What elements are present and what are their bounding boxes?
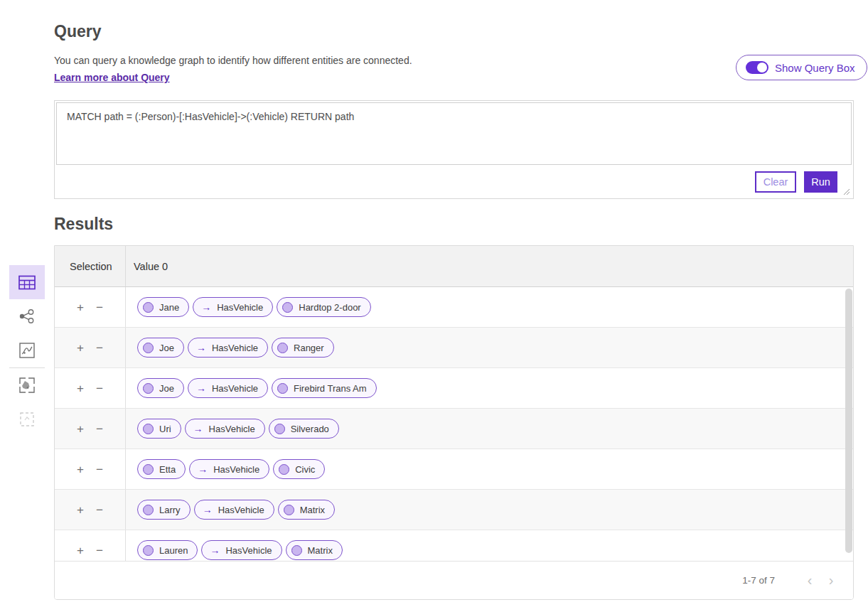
disabled-view-icon (18, 411, 36, 428)
sidebar-item-map-view[interactable] (9, 368, 45, 402)
edge-label: HasVehicle (212, 383, 258, 394)
row-value-cell: Lauren → HasVehicle Matrix (126, 530, 853, 562)
node-circle-icon (143, 302, 154, 313)
remove-from-selection-button[interactable]: − (95, 340, 105, 355)
node-pill[interactable]: Joe (137, 378, 184, 398)
clear-button[interactable]: Clear (755, 171, 796, 193)
node-circle-icon (143, 464, 154, 475)
node-label: Uri (159, 424, 171, 434)
node-pill[interactable]: Matrix (286, 540, 343, 560)
node-label: Lauren (159, 545, 188, 556)
learn-more-link[interactable]: Learn more about Query (54, 72, 170, 83)
add-to-selection-button[interactable]: + (75, 421, 85, 436)
edge-pill[interactable]: → HasVehicle (194, 500, 274, 520)
arrow-right-icon: → (203, 505, 213, 515)
edge-label: HasVehicle (213, 464, 259, 475)
table-row: + − Etta → HasVehicle Civic (55, 449, 853, 490)
remove-from-selection-button[interactable]: − (95, 462, 105, 477)
row-selection-cell: + − (55, 287, 126, 327)
row-value-cell: Joe → HasVehicle Ranger (126, 328, 853, 367)
edge-pill[interactable]: → HasVehicle (201, 540, 282, 560)
edge-pill[interactable]: → HasVehicle (188, 338, 268, 358)
row-value-cell: Uri → HasVehicle Silverado (126, 409, 853, 448)
node-pill[interactable]: Hardtop 2-door (277, 297, 370, 317)
node-label: Jane (159, 302, 179, 313)
row-selection-cell: + − (55, 490, 126, 530)
node-label: Joe (159, 383, 174, 394)
arrow-right-icon: → (196, 383, 206, 393)
node-circle-icon (279, 464, 289, 475)
edge-pill[interactable]: → HasVehicle (188, 378, 268, 398)
row-value-cell: Jane → HasVehicle Hardtop 2-door (126, 287, 853, 327)
sidebar-item-table-view[interactable] (9, 265, 45, 299)
node-pill[interactable]: Lauren (137, 540, 198, 560)
view-switcher-sidebar (9, 265, 45, 436)
table-scrollbar[interactable] (845, 289, 852, 553)
map-view-icon (18, 377, 36, 394)
arrow-right-icon: → (210, 545, 220, 555)
table-row: + − Joe → HasVehicle Firebird Trans Am (55, 368, 853, 409)
node-pill[interactable]: Etta (137, 459, 186, 479)
row-value-cell: Joe → HasVehicle Firebird Trans Am (126, 368, 853, 408)
node-circle-icon (277, 343, 288, 353)
node-label: Matrix (300, 505, 325, 515)
node-pill[interactable]: Larry (137, 500, 191, 520)
row-selection-cell: + − (55, 368, 126, 408)
pagination-prev-button[interactable]: ‹ (799, 572, 820, 589)
edge-pill[interactable]: → HasVehicle (193, 297, 273, 317)
sidebar-item-chart-view[interactable] (9, 333, 45, 367)
node-pill[interactable]: Ranger (272, 338, 334, 358)
add-to-selection-button[interactable]: + (75, 543, 85, 558)
node-pill[interactable]: Silverado (269, 419, 339, 439)
remove-from-selection-button[interactable]: − (95, 300, 105, 315)
node-circle-icon (277, 383, 288, 394)
query-description: You can query a knowledge graph to ident… (54, 55, 412, 66)
edge-pill[interactable]: → HasVehicle (189, 459, 269, 479)
run-button[interactable]: Run (804, 171, 837, 193)
edge-pill[interactable]: → HasVehicle (185, 419, 265, 439)
table-row: + − Uri → HasVehicle Silverado (55, 409, 853, 449)
add-to-selection-button[interactable]: + (75, 503, 85, 517)
add-to-selection-button[interactable]: + (75, 340, 85, 355)
remove-from-selection-button[interactable]: − (95, 543, 105, 558)
arrow-right-icon: → (196, 343, 206, 353)
pagination-range: 1-7 of 7 (742, 575, 775, 586)
node-label: Matrix (308, 545, 333, 556)
edge-label: HasVehicle (218, 505, 264, 515)
remove-from-selection-button[interactable]: − (95, 381, 105, 396)
node-pill[interactable]: Uri (137, 419, 181, 439)
toggle-knob (757, 63, 767, 72)
node-circle-icon (143, 383, 154, 394)
table-row: + − Jane → HasVehicle Hardtop 2-door (55, 287, 853, 328)
sidebar-item-disabled-view (9, 402, 45, 436)
node-label: Hardtop 2-door (299, 302, 360, 313)
add-to-selection-button[interactable]: + (75, 300, 85, 315)
edge-label: HasVehicle (212, 343, 258, 353)
table-footer: 1-7 of 7 ‹ › (55, 561, 853, 599)
pagination-next-button[interactable]: › (820, 572, 842, 589)
table-header-row: Selection Value 0 (55, 246, 853, 287)
show-query-box-toggle[interactable]: Show Query Box (736, 55, 867, 80)
node-pill[interactable]: Civic (273, 459, 325, 479)
arrow-right-icon: → (201, 302, 211, 312)
sidebar-item-link-chart-view[interactable] (9, 299, 45, 333)
node-pill[interactable]: Firebird Trans Am (272, 378, 377, 398)
edge-label: HasVehicle (225, 545, 272, 556)
node-pill[interactable]: Joe (137, 338, 184, 358)
row-selection-cell: + − (55, 449, 126, 489)
remove-from-selection-button[interactable]: − (95, 503, 105, 517)
remove-from-selection-button[interactable]: − (95, 421, 105, 436)
add-to-selection-button[interactable]: + (75, 381, 85, 396)
toggle-switch-icon (746, 61, 768, 74)
query-box: MATCH path = (:Person)-[:HasVehicle]->(:… (54, 100, 854, 199)
query-input[interactable]: MATCH path = (:Person)-[:HasVehicle]->(:… (56, 102, 852, 165)
add-to-selection-button[interactable]: + (75, 462, 85, 477)
node-circle-icon (143, 505, 154, 515)
node-label: Civic (295, 464, 315, 475)
edge-label: HasVehicle (217, 302, 263, 313)
results-title: Results (54, 215, 113, 234)
node-label: Joe (159, 343, 174, 353)
node-label: Larry (159, 505, 181, 515)
node-pill[interactable]: Matrix (278, 500, 335, 520)
node-pill[interactable]: Jane (137, 297, 189, 317)
